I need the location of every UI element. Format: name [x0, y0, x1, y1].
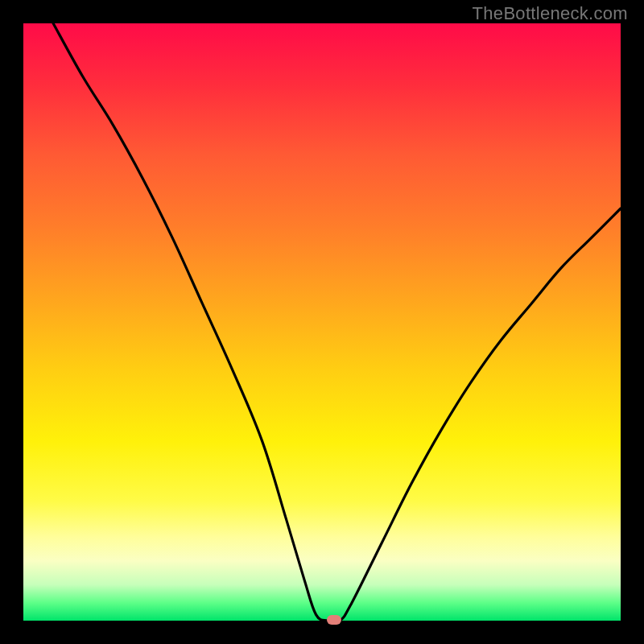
- watermark-label: TheBottleneck.com: [473, 3, 628, 24]
- bottleneck-curve: [23, 23, 621, 621]
- optimal-point-marker: [327, 615, 341, 625]
- chart-frame: TheBottleneck.com: [0, 0, 644, 644]
